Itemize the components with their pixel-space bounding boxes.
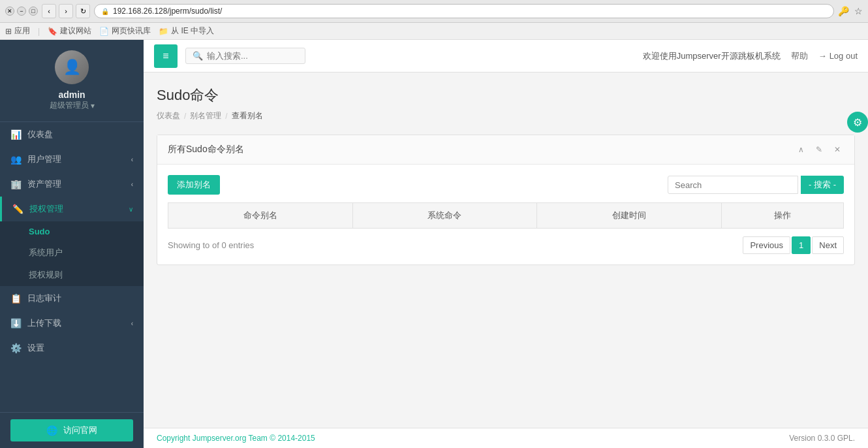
card-title: 所有Sudo命令别名 bbox=[168, 144, 244, 155]
dashboard-icon: 📊 bbox=[10, 129, 21, 140]
apps-label: 应用 bbox=[14, 25, 30, 37]
logout-label: Log out bbox=[829, 51, 858, 61]
prev-page-btn[interactable]: Previous bbox=[743, 236, 790, 254]
close-window-btn[interactable]: ✕ bbox=[5, 7, 14, 16]
sidebar-item-user-mgmt[interactable]: 👥 用户管理 ‹ bbox=[0, 147, 144, 172]
table-toolbar: 添加别名 - 搜索 - bbox=[168, 175, 844, 195]
avatar-image: 👤 bbox=[55, 50, 89, 84]
sidebar-item-upload-download[interactable]: ⬇️ 上传下载 ‹ bbox=[0, 311, 144, 336]
browser-action-icons: 🔑 ☆ bbox=[838, 6, 863, 16]
minimize-window-btn[interactable]: − bbox=[17, 7, 26, 16]
url-bar[interactable]: 🔒 192.168.26.128/jperm/sudo/list/ bbox=[94, 4, 834, 18]
app-container: 👤 admin 超级管理员 ▾ 📊 仪表盘 👥 用户管理 ‹ 🏢 bbox=[0, 40, 868, 448]
toolbar-ie-import[interactable]: 📁 从 IE 中导入 bbox=[159, 25, 214, 37]
main-wrapper: ≡ 🔍 欢迎使用Jumpserver开源跳板机系统 帮助 → Log out ⚙… bbox=[144, 40, 868, 448]
content: ⚙ Sudo命令 仪表盘 / 别名管理 / 查看别名 所有Sudo命令别名 ∧ … bbox=[144, 72, 868, 428]
folder-icon: 📁 bbox=[159, 27, 168, 36]
footer-org-link[interactable]: Jumpserver.org Team bbox=[193, 434, 268, 443]
sidebar-item-asset-mgmt[interactable]: 🏢 资产管理 ‹ bbox=[0, 172, 144, 197]
sidebar-item-auth-mgmt[interactable]: ✏️ 授权管理 ∨ bbox=[0, 197, 144, 221]
table-header-row: 命令别名 系统命令 创建时间 操作 bbox=[168, 203, 844, 229]
table-footer: Showing to of 0 entries Previous 1 Next bbox=[168, 236, 844, 254]
toolbar-apps[interactable]: ⊞ 应用 bbox=[5, 25, 30, 37]
sidebar-visit-website[interactable]: 🌐 访问官网 bbox=[10, 419, 133, 441]
navbar-search-input[interactable] bbox=[207, 51, 298, 61]
card-actions: ∧ ✎ ✕ bbox=[794, 143, 844, 156]
table-search-input[interactable] bbox=[668, 176, 798, 194]
sidebar-item-settings[interactable]: ⚙️ 设置 bbox=[0, 336, 144, 360]
help-link[interactable]: 帮助 bbox=[791, 50, 808, 62]
breadcrumb-sep-2: / bbox=[225, 112, 227, 121]
settings-icon: ⚙️ bbox=[10, 343, 21, 353]
sidebar-item-dashboard[interactable]: 📊 仪表盘 bbox=[0, 122, 144, 147]
sidebar-item-upload-download-label: 上传下载 bbox=[27, 317, 61, 329]
logout-icon: → bbox=[818, 51, 827, 61]
breadcrumb-dashboard[interactable]: 仪表盘 bbox=[157, 110, 180, 121]
breadcrumb: 仪表盘 / 别名管理 / 查看别名 bbox=[157, 110, 855, 121]
navbar-search-box[interactable]: 🔍 bbox=[185, 48, 305, 64]
card-edit-btn[interactable]: ✎ bbox=[813, 143, 826, 156]
browser-chrome: ✕ − □ ‹ › ↻ 🔒 192.168.26.128/jperm/sudo/… bbox=[0, 0, 868, 23]
logout-btn[interactable]: → Log out bbox=[818, 51, 858, 61]
user-mgmt-arrow: ‹ bbox=[131, 156, 133, 163]
table-search-button[interactable]: - 搜索 - bbox=[801, 176, 844, 194]
forward-btn[interactable]: › bbox=[59, 4, 73, 18]
back-btn[interactable]: ‹ bbox=[42, 4, 56, 18]
next-page-btn[interactable]: Next bbox=[812, 236, 844, 254]
card-header: 所有Sudo命令别名 ∧ ✎ ✕ bbox=[157, 135, 854, 165]
sidebar-item-log-audit-label: 日志审计 bbox=[27, 293, 61, 304]
asset-mgmt-icon: 🏢 bbox=[10, 179, 21, 189]
toolbar-suggest[interactable]: 🔖 建议网站 bbox=[48, 25, 91, 37]
footer-copyright-text: Copyright bbox=[157, 434, 193, 443]
search-icon: 🔍 bbox=[193, 51, 203, 61]
sidebar-item-log-audit[interactable]: 📋 日志审计 bbox=[0, 286, 144, 311]
upload-download-arrow: ‹ bbox=[131, 320, 133, 327]
breadcrumb-alias-mgmt[interactable]: 别名管理 bbox=[190, 110, 221, 121]
page-title: Sudo命令 bbox=[157, 86, 855, 105]
auth-mgmt-icon: ✏️ bbox=[12, 204, 23, 214]
col-command: 系统命令 bbox=[352, 203, 537, 229]
profile-role[interactable]: 超级管理员 ▾ bbox=[50, 100, 95, 111]
key-icon[interactable]: 🔑 bbox=[838, 6, 849, 16]
upload-download-icon: ⬇️ bbox=[10, 318, 21, 328]
sidebar-subitem-sudo[interactable]: Sudo bbox=[0, 221, 144, 242]
col-alias: 命令别名 bbox=[168, 203, 353, 229]
top-navbar: ≡ 🔍 欢迎使用Jumpserver开源跳板机系统 帮助 → Log out bbox=[144, 40, 868, 72]
sidebar-bottom: 🌐 访问官网 bbox=[0, 412, 144, 448]
toolbar-sep-1: | bbox=[38, 27, 40, 36]
sidebar-subitem-auth-rule[interactable]: 授权规则 bbox=[0, 264, 144, 286]
navbar-right: 欢迎使用Jumpserver开源跳板机系统 帮助 → Log out bbox=[643, 50, 858, 62]
toolbar-quicknews[interactable]: 📄 网页快讯库 bbox=[99, 25, 151, 37]
page-1-btn[interactable]: 1 bbox=[792, 236, 811, 254]
avatar: 👤 bbox=[55, 50, 89, 84]
footer-copyright-year: © 2014-2015 bbox=[268, 434, 315, 443]
hamburger-icon: ≡ bbox=[163, 50, 168, 62]
ie-import-label: 从 IE 中导入 bbox=[171, 25, 214, 37]
main-card: 所有Sudo命令别名 ∧ ✎ ✕ 添加别名 - 搜索 - bbox=[157, 135, 855, 265]
card-close-btn[interactable]: ✕ bbox=[831, 143, 844, 156]
showing-entries-text: Showing to of 0 entries bbox=[168, 240, 254, 250]
maximize-window-btn[interactable]: □ bbox=[29, 7, 38, 16]
sidebar-subitem-system-user[interactable]: 系统用户 bbox=[0, 242, 144, 264]
card-body: 添加别名 - 搜索 - 命令别名 系统命令 创建时间 bbox=[157, 165, 854, 264]
website-icon: 🌐 bbox=[46, 425, 57, 436]
data-table: 命令别名 系统命令 创建时间 操作 bbox=[168, 202, 844, 229]
asset-mgmt-arrow: ‹ bbox=[131, 181, 133, 188]
star-icon[interactable]: ☆ bbox=[854, 6, 863, 16]
app-footer: Copyright Jumpserver.org Team © 2014-201… bbox=[144, 428, 868, 448]
menu-toggle-btn[interactable]: ≡ bbox=[154, 44, 178, 68]
col-created: 创建时间 bbox=[537, 203, 722, 229]
footer-version: Version 0.3.0 GPL. bbox=[789, 434, 855, 443]
browser-toolbar: ⊞ 应用 | 🔖 建议网站 📄 网页快讯库 📁 从 IE 中导入 bbox=[0, 23, 868, 40]
pagination: Previous 1 Next bbox=[743, 236, 844, 254]
quicknews-label: 网页快讯库 bbox=[112, 25, 151, 37]
suggest-label: 建议网站 bbox=[60, 25, 91, 37]
profile-name: admin bbox=[58, 89, 85, 100]
refresh-btn[interactable]: ↻ bbox=[76, 4, 90, 18]
card-collapse-btn[interactable]: ∧ bbox=[794, 143, 807, 156]
browser-window-buttons: ✕ − □ bbox=[5, 7, 38, 16]
floating-action-circle[interactable]: ⚙ bbox=[847, 112, 868, 133]
table-head: 命令别名 系统命令 创建时间 操作 bbox=[168, 203, 844, 229]
add-alias-button[interactable]: 添加别名 bbox=[168, 175, 220, 195]
sidebar-item-user-mgmt-label: 用户管理 bbox=[27, 153, 61, 165]
